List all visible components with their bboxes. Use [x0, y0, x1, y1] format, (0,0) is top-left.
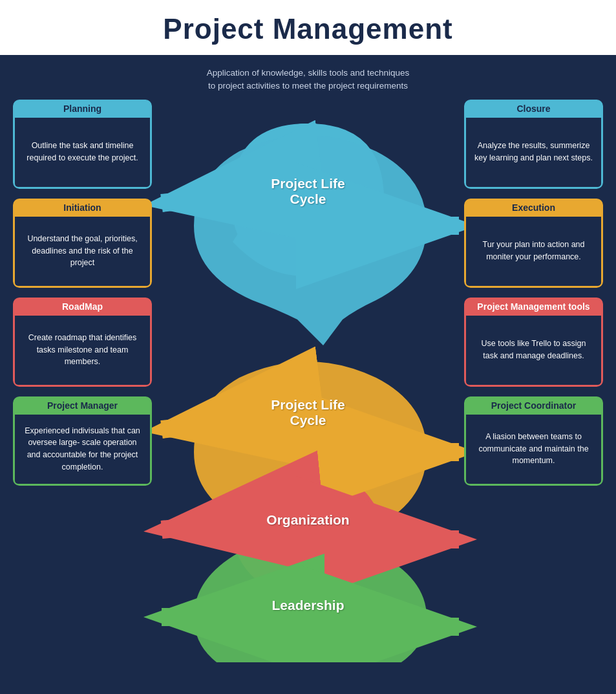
card-project-manager-header: Project Manager [13, 396, 152, 415]
content-area: Planning Outline the task and timeline r… [13, 100, 603, 662]
card-project-coordinator: Project Coordinator A liasion between te… [464, 396, 603, 486]
svg-point-1 [233, 468, 382, 598]
subtitle: Application of knowledge, skills tools a… [205, 67, 412, 93]
card-roadmap-header: RoadMap [13, 298, 152, 316]
card-roadmap-body: Create roadmap that identifies tasks mil… [13, 316, 152, 387]
card-project-manager-body: Experienced indivisuals that can oversee… [13, 415, 152, 486]
cycle-yellow-label: Project LifeCycle [271, 397, 345, 428]
left-column: Planning Outline the task and timeline r… [13, 100, 152, 486]
right-column: Closure Analyze the results, summerize k… [464, 100, 603, 486]
card-closure-body: Analyze the results, summerize key learn… [464, 118, 603, 189]
card-initiation-header: Initiation [13, 199, 152, 217]
cycle-red-label: Organization [266, 512, 349, 528]
card-pm-tools-body: Use tools like Trello to assign task and… [464, 316, 603, 387]
card-pm-tools-header: Project Management tools [464, 298, 603, 316]
page-title: Project Management [13, 13, 603, 45]
card-roadmap: RoadMap Create roadmap that identifies t… [13, 298, 152, 387]
card-closure: Closure Analyze the results, summerize k… [464, 100, 603, 189]
card-project-coordinator-body: A liasion between teams to communicate a… [464, 415, 603, 486]
card-closure-header: Closure [464, 100, 603, 118]
card-execution: Execution Tur your plan into action and … [464, 199, 603, 288]
card-execution-header: Execution [464, 199, 603, 217]
card-project-coordinator-header: Project Coordinator [464, 396, 603, 415]
cycle-blue-label: Project LifeCycle [271, 176, 345, 207]
card-pm-tools: Project Management tools Use tools like … [464, 298, 603, 387]
svg-point-0 [231, 124, 384, 276]
card-execution-body: Tur your plan into action and moniter yo… [464, 217, 603, 288]
page-container: Project Management Application of knowle… [0, 0, 616, 694]
card-project-manager: Project Manager Experienced indivisuals … [13, 396, 152, 486]
card-planning: Planning Outline the task and timeline r… [13, 100, 152, 189]
card-initiation-body: Understand the goal, priorities, deadlin… [13, 217, 152, 288]
cycle-green-label: Leadership [271, 598, 344, 613]
card-planning-body: Outline the task and timeline required t… [13, 118, 152, 189]
card-initiation: Initiation Understand the goal, prioriti… [13, 199, 152, 288]
card-planning-header: Planning [13, 100, 152, 118]
